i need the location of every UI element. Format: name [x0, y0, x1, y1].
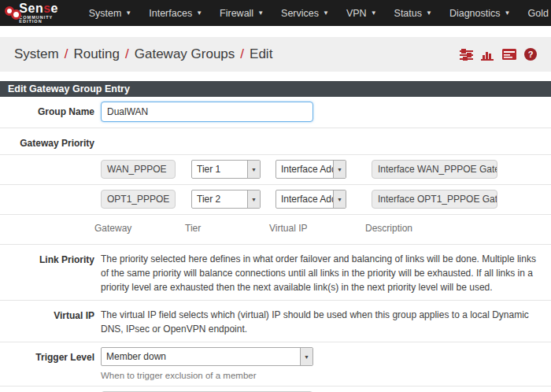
nav-menu: System▼ Interfaces▼ Firewall▼ Services▼ … [80, 2, 551, 25]
caret-down-icon: ▼ [196, 9, 202, 17]
group-name-input[interactable] [101, 102, 313, 122]
pfsense-logo[interactable]: Sense COMMUNITY EDITION [5, 2, 63, 24]
edit-gateway-group-panel: Edit Gateway Group Entry Group Name Gate… [0, 81, 551, 392]
gateway-name-field: WAN_PPPOE [101, 160, 176, 179]
nav-item-services[interactable]: Services▼ [272, 2, 338, 25]
gateway-description-field: Interface WAN_PPPOE Gateway [372, 160, 497, 179]
link-priority-text: The priority selected here defines in wh… [101, 250, 545, 294]
breadcrumb-routing[interactable]: Routing [73, 46, 120, 62]
tier-select[interactable]: Tier 1 ▼ [191, 160, 261, 179]
gateway-name-field: OPT1_PPPOE [101, 190, 176, 209]
help-icon[interactable]: ? [524, 48, 537, 61]
caret-down-icon: ▼ [125, 9, 131, 17]
caret-down-icon: ▼ [426, 9, 432, 17]
nav-item-gold[interactable]: Gold▼ [519, 2, 551, 25]
breadcrumb-edit: Edit [250, 46, 272, 62]
breadcrumb-separator: / [125, 46, 129, 62]
svg-text:?: ? [528, 50, 534, 59]
chevron-down-icon: ▼ [333, 161, 346, 178]
caret-down-icon: ▼ [505, 9, 511, 17]
group-name-label: Group Name [0, 102, 94, 122]
chevron-down-icon: ▼ [247, 190, 260, 208]
gateway-priority-row: Gateway Priority [0, 128, 551, 154]
gateway-description-field: Interface OPT1_PPPOE Gateway [372, 190, 497, 209]
column-header-tier: Tier [185, 223, 254, 234]
breadcrumb-separator: / [240, 46, 244, 62]
nav-item-system[interactable]: System▼ [80, 2, 141, 25]
nav-item-interfaces[interactable]: Interfaces▼ [140, 2, 211, 25]
trigger-level-row: Trigger Level Member down ▼ When to trig… [0, 342, 551, 386]
logo-brand: Sense [19, 2, 62, 15]
nav-item-status[interactable]: Status▼ [386, 2, 441, 25]
status-card-icon[interactable] [502, 49, 516, 60]
chevron-down-icon: ▼ [247, 161, 260, 178]
nav-item-firewall[interactable]: Firewall▼ [211, 2, 272, 25]
caret-down-icon: ▼ [323, 9, 329, 17]
virtual-ip-label: Virtual IP [0, 305, 94, 336]
gateway-row-1: WAN_PPPOE Tier 1 ▼ Interface Address ▼ I… [0, 154, 551, 184]
caret-down-icon: ▼ [257, 9, 264, 17]
chevron-down-icon: ▼ [333, 190, 346, 208]
caret-down-icon: ▼ [371, 9, 377, 17]
gateway-priority-label: Gateway Priority [0, 133, 94, 149]
gateway-row-2: OPT1_PPPOE Tier 2 ▼ Interface Address ▼ … [0, 184, 551, 214]
breadcrumb-system[interactable]: System [14, 46, 59, 62]
trigger-level-select[interactable]: Member down ▼ [101, 347, 313, 366]
column-header-gateway: Gateway [94, 223, 169, 234]
description-row: Description A description may be entered… [0, 386, 551, 392]
column-header-description: Description [365, 223, 491, 234]
column-header-virtual-ip: Virtual IP [269, 223, 340, 234]
logo-subtitle: COMMUNITY EDITION [19, 16, 62, 24]
breadcrumb: System / Routing / Gateway Groups / Edit [14, 46, 272, 62]
chevron-down-icon: ▼ [300, 348, 312, 365]
breadcrumb-separator: / [65, 46, 68, 62]
link-priority-row: Link Priority The priority selected here… [0, 244, 551, 300]
tier-select[interactable]: Tier 2 ▼ [191, 190, 261, 209]
link-priority-label: Link Priority [0, 250, 94, 294]
breadcrumb-gateway-groups[interactable]: Gateway Groups [135, 46, 235, 62]
gateway-columns-row: Gateway Tier Virtual IP Description [0, 214, 551, 244]
trigger-level-label: Trigger Level [0, 347, 94, 380]
sliders-icon[interactable] [460, 49, 473, 61]
breadcrumb-bar: System / Routing / Gateway Groups / Edit [0, 37, 551, 72]
top-navbar: Sense COMMUNITY EDITION System▼ Interfac… [0, 0, 551, 26]
virtual-ip-select[interactable]: Interface Address ▼ [276, 160, 346, 179]
virtual-ip-row: Virtual IP The virtual IP field selects … [0, 300, 551, 342]
nav-item-vpn[interactable]: VPN▼ [338, 2, 386, 25]
nav-item-diagnostics[interactable]: Diagnostics▼ [441, 2, 520, 25]
panel-title: Edit Gateway Group Entry [0, 81, 551, 97]
pfsense-logo-icon [5, 6, 17, 20]
bar-chart-icon[interactable] [481, 49, 494, 61]
virtual-ip-select[interactable]: Interface Address ▼ [276, 190, 346, 209]
virtual-ip-text: The virtual IP field selects which (virt… [101, 305, 545, 336]
group-name-row: Group Name [0, 97, 551, 128]
trigger-level-help: When to trigger exclusion of a member [101, 371, 551, 380]
